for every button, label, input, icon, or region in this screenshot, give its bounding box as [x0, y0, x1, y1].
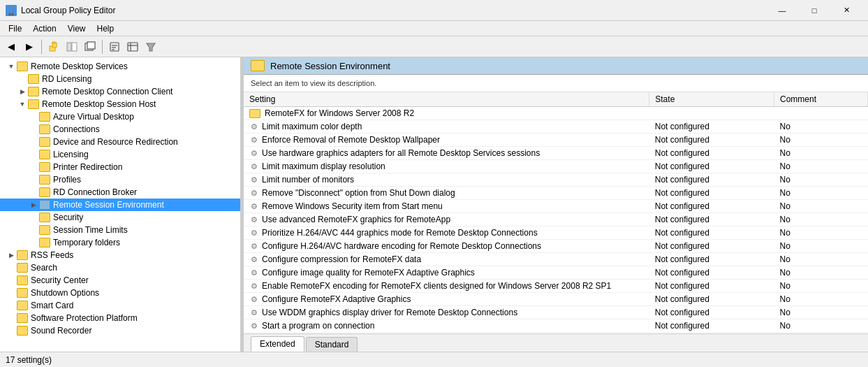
forward-button[interactable]: ▶: [21, 38, 38, 55]
tree-item-label: Remote Desktop Session Host: [42, 99, 156, 109]
new-window-button[interactable]: [82, 38, 98, 55]
tree-item-licensing[interactable]: Licensing: [0, 148, 240, 161]
table-row[interactable]: ⚙ Use WDDM graphics display driver for R…: [244, 306, 868, 319]
col-setting: Setting: [244, 92, 649, 107]
table-row[interactable]: ⚙ Start a program on connection Not conf…: [244, 319, 868, 333]
toolbar-separator-1: [41, 40, 42, 54]
tree-item-label: RD Licensing: [42, 74, 91, 84]
expander-icon: [6, 287, 17, 298]
tree-panel[interactable]: ▼ Remote Desktop Services RD Licensing ▶…: [0, 57, 241, 352]
policy-state: Not configured: [649, 147, 774, 160]
folder-icon: [39, 213, 50, 222]
filter-button[interactable]: [142, 38, 159, 55]
table-row[interactable]: ⚙ Remove "Disconnect" option from Shut D…: [244, 187, 868, 200]
tree-item-profiles[interactable]: Profiles: [0, 173, 240, 186]
close-button[interactable]: ✕: [830, 0, 862, 21]
tree-item-label: Software Protection Platform: [31, 313, 138, 323]
tab-extended[interactable]: Extended: [251, 336, 304, 352]
tree-item-security-center[interactable]: Security Center: [0, 274, 240, 287]
expander-icon: [28, 187, 39, 198]
policy-comment: No: [774, 213, 867, 226]
table-row[interactable]: ⚙ Enforce Removal of Remote Desktop Wall…: [244, 134, 868, 147]
tree-item-azure-vd[interactable]: Azure Virtual Desktop: [0, 110, 240, 123]
tree-item-device-resource[interactable]: Device and Resource Redirection: [0, 136, 240, 148]
table-row[interactable]: ⚙ Limit number of monitors Not configure…: [244, 173, 868, 187]
table-row[interactable]: ⚙ Remove Windows Security item from Star…: [244, 200, 868, 213]
tab-standard[interactable]: Standard: [306, 337, 358, 352]
policy-icon: ⚙: [249, 161, 259, 171]
extended-view-button[interactable]: [124, 38, 141, 55]
tree-item-shutdown-options[interactable]: Shutdown Options: [0, 287, 240, 299]
up-button[interactable]: [45, 38, 62, 55]
tree-item-security[interactable]: Security: [0, 211, 240, 224]
table-row[interactable]: ⚙ Limit maximum color depth Not configur…: [244, 120, 868, 134]
table-row[interactable]: ⚙ Use hardware graphics adapters for all…: [244, 147, 868, 160]
policy-label: Use advanced RemoteFX graphics for Remot…: [262, 215, 450, 224]
tree-item-rd-conn-broker[interactable]: RD Connection Broker: [0, 186, 240, 199]
window-controls[interactable]: — □ ✕: [766, 0, 862, 21]
tree-item-sound-recorder[interactable]: Sound Recorder: [0, 324, 240, 337]
back-button[interactable]: ◀: [3, 38, 20, 55]
tree-item-session-time[interactable]: Session Time Limits: [0, 224, 240, 236]
group-label: RemoteFX for Windows Server 2008 R2: [265, 108, 414, 118]
folder-icon: [39, 225, 50, 235]
policy-comment: No: [774, 147, 867, 160]
table-row[interactable]: ⚙ Use advanced RemoteFX graphics for Rem…: [244, 213, 868, 226]
tree-item-smart-card[interactable]: Smart Card: [0, 299, 240, 312]
policy-comment: No: [774, 253, 867, 266]
policy-icon: ⚙: [249, 215, 259, 224]
maximize-button[interactable]: □: [798, 0, 830, 21]
tree-item-rdcc[interactable]: ▶ Remote Desktop Connection Client: [0, 85, 240, 98]
description-area: Select an item to view its description.: [244, 75, 868, 92]
tree-item-label: Temporary folders: [53, 238, 120, 247]
app-icon: [6, 5, 17, 16]
policy-icon: ⚙: [249, 148, 259, 158]
menu-action[interactable]: Action: [27, 22, 61, 35]
tree-item-connections[interactable]: Connections: [0, 123, 240, 136]
tree-item-software-protection[interactable]: Software Protection Platform: [0, 312, 240, 324]
properties-button[interactable]: [106, 38, 123, 55]
policy-label: Configure RemoteFX Adaptive Graphics: [262, 294, 411, 304]
table-row[interactable]: ⚙ Configure RemoteFX Adaptive Graphics N…: [244, 293, 868, 306]
menu-view[interactable]: View: [62, 22, 91, 35]
tree-item-remote-desktop-services[interactable]: ▼ Remote Desktop Services: [0, 60, 240, 73]
policy-state: Not configured: [649, 306, 774, 319]
table-row[interactable]: ⚙ Configure H.264/AVC hardware encoding …: [244, 240, 868, 253]
tree-item-label: Search: [31, 263, 57, 273]
tree-item-rdsh[interactable]: ▼ Remote Desktop Session Host: [0, 98, 240, 110]
tree-item-search[interactable]: Search: [0, 261, 240, 274]
table-row[interactable]: ⚙ Enable RemoteFX encoding for RemoteFX …: [244, 280, 868, 293]
svg-rect-9: [72, 43, 77, 51]
table-row[interactable]: RemoteFX for Windows Server 2008 R2: [244, 107, 868, 120]
policy-icon: ⚙: [249, 281, 259, 291]
table-row[interactable]: ⚙ Configure image quality for RemoteFX A…: [244, 266, 868, 280]
menu-file[interactable]: File: [3, 22, 27, 35]
expander-icon: [6, 325, 17, 336]
expander-icon: [6, 275, 17, 286]
settings-table-wrapper[interactable]: Setting State Comment RemoteFX for Windo…: [244, 92, 868, 333]
policy-comment: No: [774, 240, 867, 253]
policy-label: Configure image quality for RemoteFX Ada…: [262, 268, 475, 278]
expander-icon: [28, 212, 39, 223]
tree-item-remote-session-env[interactable]: ▶ Remote Session Environment: [0, 199, 240, 211]
menu-bar: File Action View Help: [0, 21, 868, 36]
policy-label: Configure H.264/AVC hardware encoding fo…: [262, 241, 541, 251]
tree-item-rd-licensing[interactable]: RD Licensing: [0, 73, 240, 85]
policy-comment: No: [774, 120, 867, 134]
table-row[interactable]: ⚙ Limit maximum display resolution Not c…: [244, 160, 868, 173]
tree-item-rss-feeds[interactable]: ▶ RSS Feeds: [0, 249, 240, 261]
tree-item-temp-folders[interactable]: Temporary folders: [0, 236, 240, 249]
description-text: Select an item to view its description.: [251, 79, 376, 87]
table-row[interactable]: ⚙ Configure compression for RemoteFX dat…: [244, 253, 868, 266]
tree-item-printer-redir[interactable]: Printer Redirection: [0, 161, 240, 173]
expander-icon: ▼: [17, 99, 28, 110]
tree-item-label: Connections: [53, 124, 100, 134]
folder-icon: [17, 62, 28, 71]
show-hide-button[interactable]: [64, 38, 80, 55]
expander-icon: [6, 312, 17, 324]
minimize-button[interactable]: —: [766, 0, 798, 21]
policy-label: Configure compression for RemoteFX data: [262, 254, 421, 264]
tree-item-label: Session Time Limits: [53, 225, 128, 235]
table-row[interactable]: ⚙ Prioritize H.264/AVC 444 graphics mode…: [244, 226, 868, 240]
menu-help[interactable]: Help: [91, 22, 120, 35]
